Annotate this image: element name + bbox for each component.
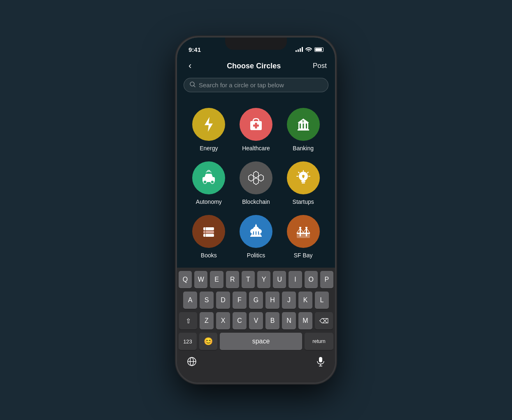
emoji-key[interactable]: 😊 <box>199 333 217 350</box>
status-time: 9:41 <box>189 46 201 53</box>
key-s[interactable]: S <box>200 292 214 309</box>
svg-rect-51 <box>305 227 307 228</box>
post-button[interactable]: Post <box>313 62 327 70</box>
keyboard-bottom-bar <box>179 353 333 377</box>
svg-marker-2 <box>205 117 213 132</box>
key-u[interactable]: U <box>273 271 286 288</box>
keyboard: Q W E R T Y U I O P A S D F G H J K <box>177 268 335 383</box>
circle-startups[interactable]: Startups <box>279 156 327 210</box>
circles-grid: Energy Healthcare <box>177 99 335 268</box>
circle-autonomy-label: Autonomy <box>196 198 222 205</box>
key-g[interactable]: G <box>249 292 263 309</box>
svg-rect-38 <box>250 236 262 237</box>
delete-key[interactable]: ⌫ <box>315 312 333 329</box>
circle-politics[interactable]: Politics <box>233 210 280 264</box>
key-r[interactable]: R <box>226 271 239 288</box>
key-z[interactable]: Z <box>200 312 214 329</box>
circle-startups-icon <box>287 161 320 194</box>
svg-rect-43 <box>300 228 301 236</box>
svg-rect-12 <box>298 129 309 131</box>
svg-text:$: $ <box>302 119 304 123</box>
circle-books-icon <box>192 215 225 248</box>
globe-icon[interactable] <box>187 357 197 369</box>
svg-line-22 <box>307 172 308 173</box>
circle-energy[interactable]: Energy <box>185 103 233 156</box>
key-j[interactable]: J <box>282 292 296 309</box>
svg-rect-42 <box>297 234 310 238</box>
key-x[interactable]: X <box>216 312 230 329</box>
key-p[interactable]: P <box>320 271 333 288</box>
keyboard-row-3: ⇧ Z X C V B N M ⌫ <box>179 312 333 329</box>
key-m[interactable]: M <box>298 312 312 329</box>
key-t[interactable]: T <box>242 271 255 288</box>
circle-banking[interactable]: $ Banking <box>279 103 327 156</box>
svg-rect-26 <box>301 181 305 182</box>
phone-screen: 9:41 <box>177 37 335 383</box>
circle-autonomy[interactable]: Autonomy <box>185 156 233 210</box>
key-k[interactable]: K <box>298 292 312 309</box>
microphone-icon[interactable] <box>316 357 325 369</box>
numbers-key[interactable]: 123 <box>179 333 197 350</box>
signal-icon <box>296 47 303 52</box>
page-title: Choose Circles <box>227 62 281 70</box>
key-i[interactable]: I <box>289 271 302 288</box>
key-v[interactable]: V <box>249 312 263 329</box>
svg-point-14 <box>203 180 207 184</box>
key-w[interactable]: W <box>194 271 207 288</box>
svg-rect-50 <box>299 227 301 228</box>
key-e[interactable]: E <box>210 271 223 288</box>
wifi-icon <box>305 47 312 53</box>
circle-blockchain[interactable]: Blockchain <box>233 156 280 210</box>
back-button[interactable]: ‹ <box>185 59 195 73</box>
svg-rect-27 <box>302 182 305 184</box>
circle-politics-label: Politics <box>247 252 265 259</box>
key-b[interactable]: B <box>265 312 279 329</box>
keyboard-row-1: Q W E R T Y U I O P <box>179 271 333 288</box>
key-c[interactable]: C <box>233 312 247 329</box>
circle-sfbay[interactable]: SF Bay <box>279 210 327 264</box>
svg-rect-49 <box>297 233 310 234</box>
svg-marker-19 <box>258 175 263 181</box>
key-a[interactable]: A <box>183 292 197 309</box>
phone-device: 9:41 <box>176 36 336 384</box>
key-y[interactable]: Y <box>257 271 270 288</box>
battery-icon <box>314 47 323 52</box>
key-q[interactable]: Q <box>179 271 192 288</box>
circle-books-label: Books <box>201 252 217 259</box>
circle-healthcare-icon <box>240 108 272 141</box>
return-key[interactable]: return <box>305 333 333 350</box>
search-icon <box>190 82 195 89</box>
circle-healthcare[interactable]: Healthcare <box>233 103 280 156</box>
search-bar[interactable]: Search for a circle or tap below <box>184 78 328 92</box>
keyboard-row-4: 123 😊 space return <box>179 333 333 350</box>
circle-energy-label: Energy <box>200 145 218 152</box>
search-container: Search for a circle or tap below <box>177 78 335 99</box>
key-o[interactable]: O <box>305 271 318 288</box>
key-l[interactable]: L <box>315 292 329 309</box>
svg-rect-28 <box>203 234 214 237</box>
circle-startups-label: Startups <box>293 198 314 205</box>
svg-rect-44 <box>306 228 307 236</box>
phone-notch <box>225 37 287 50</box>
key-h[interactable]: H <box>265 292 279 309</box>
circle-books[interactable]: Books <box>185 210 233 264</box>
circle-autonomy-icon <box>192 161 225 194</box>
svg-rect-55 <box>319 357 322 362</box>
svg-rect-9 <box>306 124 307 128</box>
keyboard-row-2: A S D F G H J K L <box>179 292 333 309</box>
space-key[interactable]: space <box>220 333 302 350</box>
svg-line-1 <box>194 86 195 87</box>
circle-sfbay-icon <box>287 215 320 248</box>
key-d[interactable]: D <box>216 292 230 309</box>
svg-rect-40 <box>256 231 256 235</box>
circle-banking-label: Banking <box>293 145 314 152</box>
shift-key[interactable]: ⇧ <box>179 312 197 329</box>
status-icons <box>296 47 323 53</box>
key-n[interactable]: N <box>282 312 296 329</box>
circle-energy-icon <box>192 108 225 141</box>
svg-rect-29 <box>203 231 214 233</box>
svg-rect-41 <box>258 231 259 235</box>
key-f[interactable]: F <box>233 292 247 309</box>
circle-healthcare-label: Healthcare <box>242 145 270 152</box>
search-placeholder: Search for a circle or tap below <box>199 82 284 89</box>
